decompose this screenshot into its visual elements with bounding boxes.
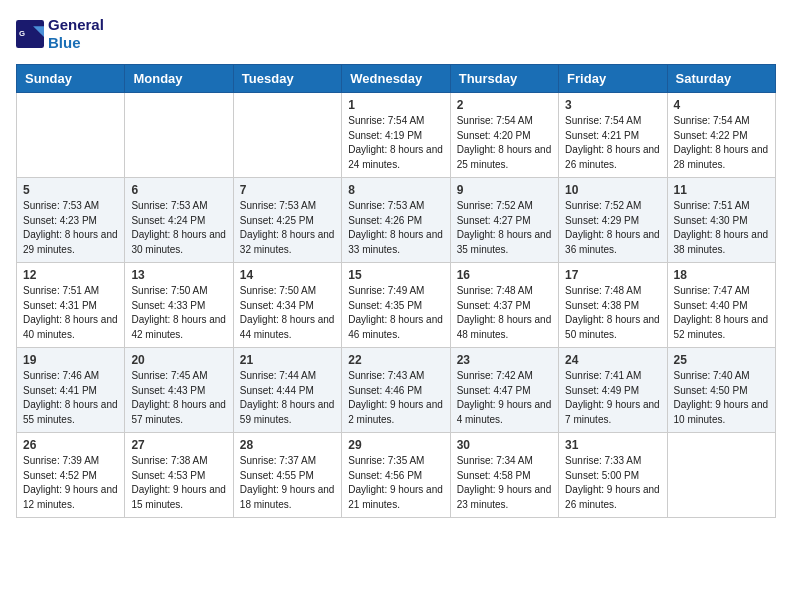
calendar-cell: 8Sunrise: 7:53 AM Sunset: 4:26 PM Daylig… [342, 178, 450, 263]
day-number: 31 [565, 438, 660, 452]
calendar-cell: 5Sunrise: 7:53 AM Sunset: 4:23 PM Daylig… [17, 178, 125, 263]
day-info: Sunrise: 7:38 AM Sunset: 4:53 PM Dayligh… [131, 454, 226, 512]
calendar-cell: 23Sunrise: 7:42 AM Sunset: 4:47 PM Dayli… [450, 348, 558, 433]
day-number: 13 [131, 268, 226, 282]
calendar-cell: 26Sunrise: 7:39 AM Sunset: 4:52 PM Dayli… [17, 433, 125, 518]
day-info: Sunrise: 7:42 AM Sunset: 4:47 PM Dayligh… [457, 369, 552, 427]
day-info: Sunrise: 7:43 AM Sunset: 4:46 PM Dayligh… [348, 369, 443, 427]
calendar-cell: 16Sunrise: 7:48 AM Sunset: 4:37 PM Dayli… [450, 263, 558, 348]
day-number: 28 [240, 438, 335, 452]
calendar-cell: 17Sunrise: 7:48 AM Sunset: 4:38 PM Dayli… [559, 263, 667, 348]
day-info: Sunrise: 7:51 AM Sunset: 4:30 PM Dayligh… [674, 199, 769, 257]
calendar-cell: 29Sunrise: 7:35 AM Sunset: 4:56 PM Dayli… [342, 433, 450, 518]
weekday-saturday: Saturday [667, 65, 775, 93]
day-info: Sunrise: 7:45 AM Sunset: 4:43 PM Dayligh… [131, 369, 226, 427]
day-number: 9 [457, 183, 552, 197]
day-number: 14 [240, 268, 335, 282]
day-info: Sunrise: 7:40 AM Sunset: 4:50 PM Dayligh… [674, 369, 769, 427]
calendar-cell: 22Sunrise: 7:43 AM Sunset: 4:46 PM Dayli… [342, 348, 450, 433]
calendar-cell: 9Sunrise: 7:52 AM Sunset: 4:27 PM Daylig… [450, 178, 558, 263]
calendar-cell: 10Sunrise: 7:52 AM Sunset: 4:29 PM Dayli… [559, 178, 667, 263]
day-info: Sunrise: 7:53 AM Sunset: 4:24 PM Dayligh… [131, 199, 226, 257]
day-info: Sunrise: 7:41 AM Sunset: 4:49 PM Dayligh… [565, 369, 660, 427]
calendar-cell: 3Sunrise: 7:54 AM Sunset: 4:21 PM Daylig… [559, 93, 667, 178]
calendar-cell: 2Sunrise: 7:54 AM Sunset: 4:20 PM Daylig… [450, 93, 558, 178]
calendar-cell: 19Sunrise: 7:46 AM Sunset: 4:41 PM Dayli… [17, 348, 125, 433]
calendar-cell: 31Sunrise: 7:33 AM Sunset: 5:00 PM Dayli… [559, 433, 667, 518]
day-info: Sunrise: 7:51 AM Sunset: 4:31 PM Dayligh… [23, 284, 118, 342]
day-info: Sunrise: 7:33 AM Sunset: 5:00 PM Dayligh… [565, 454, 660, 512]
day-number: 4 [674, 98, 769, 112]
calendar-cell [667, 433, 775, 518]
day-number: 29 [348, 438, 443, 452]
calendar-cell: 25Sunrise: 7:40 AM Sunset: 4:50 PM Dayli… [667, 348, 775, 433]
day-number: 25 [674, 353, 769, 367]
calendar-cell: 14Sunrise: 7:50 AM Sunset: 4:34 PM Dayli… [233, 263, 341, 348]
day-number: 11 [674, 183, 769, 197]
day-number: 3 [565, 98, 660, 112]
weekday-wednesday: Wednesday [342, 65, 450, 93]
day-number: 20 [131, 353, 226, 367]
calendar-cell [17, 93, 125, 178]
day-info: Sunrise: 7:53 AM Sunset: 4:26 PM Dayligh… [348, 199, 443, 257]
weekday-tuesday: Tuesday [233, 65, 341, 93]
calendar-cell: 1Sunrise: 7:54 AM Sunset: 4:19 PM Daylig… [342, 93, 450, 178]
week-row-2: 12Sunrise: 7:51 AM Sunset: 4:31 PM Dayli… [17, 263, 776, 348]
weekday-header-row: SundayMondayTuesdayWednesdayThursdayFrid… [17, 65, 776, 93]
day-number: 15 [348, 268, 443, 282]
day-number: 1 [348, 98, 443, 112]
day-info: Sunrise: 7:53 AM Sunset: 4:25 PM Dayligh… [240, 199, 335, 257]
calendar-cell: 24Sunrise: 7:41 AM Sunset: 4:49 PM Dayli… [559, 348, 667, 433]
calendar-cell [125, 93, 233, 178]
calendar-cell: 27Sunrise: 7:38 AM Sunset: 4:53 PM Dayli… [125, 433, 233, 518]
calendar-cell: 15Sunrise: 7:49 AM Sunset: 4:35 PM Dayli… [342, 263, 450, 348]
day-number: 5 [23, 183, 118, 197]
day-info: Sunrise: 7:54 AM Sunset: 4:21 PM Dayligh… [565, 114, 660, 172]
day-info: Sunrise: 7:35 AM Sunset: 4:56 PM Dayligh… [348, 454, 443, 512]
day-number: 23 [457, 353, 552, 367]
day-info: Sunrise: 7:48 AM Sunset: 4:38 PM Dayligh… [565, 284, 660, 342]
day-number: 17 [565, 268, 660, 282]
day-info: Sunrise: 7:39 AM Sunset: 4:52 PM Dayligh… [23, 454, 118, 512]
day-info: Sunrise: 7:49 AM Sunset: 4:35 PM Dayligh… [348, 284, 443, 342]
logo-icon: G [16, 20, 44, 48]
calendar-cell: 13Sunrise: 7:50 AM Sunset: 4:33 PM Dayli… [125, 263, 233, 348]
day-number: 21 [240, 353, 335, 367]
calendar-cell: 11Sunrise: 7:51 AM Sunset: 4:30 PM Dayli… [667, 178, 775, 263]
day-info: Sunrise: 7:48 AM Sunset: 4:37 PM Dayligh… [457, 284, 552, 342]
calendar-cell: 6Sunrise: 7:53 AM Sunset: 4:24 PM Daylig… [125, 178, 233, 263]
day-info: Sunrise: 7:54 AM Sunset: 4:19 PM Dayligh… [348, 114, 443, 172]
day-info: Sunrise: 7:44 AM Sunset: 4:44 PM Dayligh… [240, 369, 335, 427]
day-number: 7 [240, 183, 335, 197]
week-row-4: 26Sunrise: 7:39 AM Sunset: 4:52 PM Dayli… [17, 433, 776, 518]
week-row-1: 5Sunrise: 7:53 AM Sunset: 4:23 PM Daylig… [17, 178, 776, 263]
week-row-0: 1Sunrise: 7:54 AM Sunset: 4:19 PM Daylig… [17, 93, 776, 178]
day-info: Sunrise: 7:46 AM Sunset: 4:41 PM Dayligh… [23, 369, 118, 427]
day-number: 24 [565, 353, 660, 367]
day-info: Sunrise: 7:47 AM Sunset: 4:40 PM Dayligh… [674, 284, 769, 342]
day-number: 30 [457, 438, 552, 452]
day-info: Sunrise: 7:52 AM Sunset: 4:27 PM Dayligh… [457, 199, 552, 257]
weekday-thursday: Thursday [450, 65, 558, 93]
weekday-friday: Friday [559, 65, 667, 93]
svg-text:G: G [19, 29, 25, 38]
day-info: Sunrise: 7:37 AM Sunset: 4:55 PM Dayligh… [240, 454, 335, 512]
day-number: 2 [457, 98, 552, 112]
day-number: 18 [674, 268, 769, 282]
week-row-3: 19Sunrise: 7:46 AM Sunset: 4:41 PM Dayli… [17, 348, 776, 433]
calendar-cell: 12Sunrise: 7:51 AM Sunset: 4:31 PM Dayli… [17, 263, 125, 348]
day-info: Sunrise: 7:53 AM Sunset: 4:23 PM Dayligh… [23, 199, 118, 257]
day-number: 27 [131, 438, 226, 452]
day-number: 8 [348, 183, 443, 197]
calendar-cell: 7Sunrise: 7:53 AM Sunset: 4:25 PM Daylig… [233, 178, 341, 263]
day-number: 12 [23, 268, 118, 282]
page-header: G General Blue [16, 16, 776, 52]
calendar-cell [233, 93, 341, 178]
weekday-sunday: Sunday [17, 65, 125, 93]
day-info: Sunrise: 7:52 AM Sunset: 4:29 PM Dayligh… [565, 199, 660, 257]
calendar-cell: 28Sunrise: 7:37 AM Sunset: 4:55 PM Dayli… [233, 433, 341, 518]
day-number: 10 [565, 183, 660, 197]
calendar-cell: 18Sunrise: 7:47 AM Sunset: 4:40 PM Dayli… [667, 263, 775, 348]
logo: G General Blue [16, 16, 104, 52]
day-info: Sunrise: 7:50 AM Sunset: 4:33 PM Dayligh… [131, 284, 226, 342]
